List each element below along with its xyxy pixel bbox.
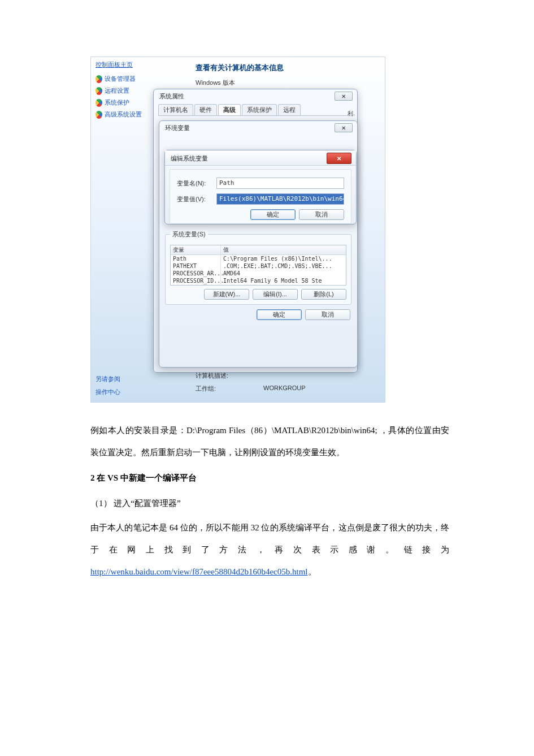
info-row-description: 计算机描述: <box>196 371 337 380</box>
paragraph: 由于本人的笔记本是 64 位的，所以不能用 32 位的系统编译平台，这点倒是废了… <box>90 517 449 583</box>
close-button[interactable]: ✕ <box>327 153 351 164</box>
list-row: PROCESSOR_ID...Intel64 Family 6 Model 58… <box>171 277 346 284</box>
system-vars-group: 系统变量(S) 变量 值 PathC:\Program Files (x86)\… <box>165 234 351 305</box>
see-also-label: 另请参阅 <box>95 375 120 383</box>
dialog-title: 系统属性 <box>159 92 184 101</box>
sidebar-item-advanced[interactable]: 高级系统设置 <box>95 110 142 119</box>
dialog-title: 编辑系统变量 <box>171 154 208 163</box>
list-row: PROCESSOR_AR...AMD64 <box>171 270 346 277</box>
document-body: 例如本人的安装目录是：D:\Program Files（86）\MATLAB\R… <box>90 420 449 583</box>
sidebar-item-label: 远程设置 <box>105 87 129 95</box>
cancel-button[interactable]: 取消 <box>305 309 350 320</box>
close-button[interactable]: ✕ <box>335 123 353 132</box>
dialog-title: 环境变量 <box>165 124 190 132</box>
control-panel-sidebar: 控制面板主页 设备管理器 远程设置 系统保护 高级系统设置 <box>95 61 142 122</box>
ok-button[interactable]: 确定 <box>250 209 296 220</box>
tab-hardware[interactable]: 硬件 <box>194 104 217 115</box>
var-name-input[interactable]: Path <box>216 178 344 189</box>
page-title: 查看有关计算机的基本信息 <box>196 63 284 73</box>
paragraph-text: 由于本人的笔记本是 64 位的，所以不能用 32 位的系统编译平台，这点倒是废了… <box>90 523 449 554</box>
sidebar-item-label: 设备管理器 <box>105 75 136 83</box>
info-label: 工作组: <box>196 385 263 393</box>
var-value-input[interactable]: Files(x86)\MATLAB\R2012b\bin\win64; <box>216 193 344 205</box>
see-also-section: 另请参阅 操作中心 <box>95 370 120 396</box>
system-properties-screenshot: 控制面板主页 设备管理器 远程设置 系统保护 高级系统设置 另请参阅 操作中心 … <box>90 57 385 403</box>
tab-remote[interactable]: 远程 <box>278 104 301 115</box>
tab-protection[interactable]: 系统保护 <box>242 104 277 115</box>
info-label: 计算机描述: <box>196 371 263 380</box>
shield-icon <box>95 99 102 107</box>
shield-icon <box>95 75 102 83</box>
paragraph: （1） 进入“配置管理器” <box>90 493 449 515</box>
col-header-name: 变量 <box>171 245 221 254</box>
info-row-workgroup: 工作组: WORKGROUP <box>196 385 337 393</box>
info-value: WORKGROUP <box>263 385 337 393</box>
list-row: PathC:\Program Files (x86)\Intel\... <box>171 255 346 262</box>
list-row: PATHEXT.COM;.EXE;.BAT;.CMD;.VBS;.VBE... <box>171 262 346 270</box>
cancel-button[interactable]: 取消 <box>299 209 344 220</box>
edit-sysvar-dialog: 编辑系统变量 ✕ 变量名(N): Path 变量值(V): Files(x86)… <box>164 150 357 224</box>
tab-advanced[interactable]: 高级 <box>218 104 241 115</box>
sidebar-item-label: 高级系统设置 <box>105 110 142 119</box>
sidebar-item-protection[interactable]: 系统保护 <box>95 98 142 107</box>
new-button[interactable]: 新建(W)... <box>204 289 249 300</box>
var-name-label: 变量名(N): <box>177 179 216 188</box>
sidebar-item-remote[interactable]: 远程设置 <box>95 87 142 95</box>
control-panel-home-link[interactable]: 控制面板主页 <box>95 61 142 69</box>
action-center-link[interactable]: 操作中心 <box>95 388 120 396</box>
paragraph-text: 。 <box>308 567 316 576</box>
info-value <box>263 371 337 380</box>
edit-button[interactable]: 编辑(I)... <box>253 289 298 300</box>
col-header-value: 值 <box>221 245 346 254</box>
ok-button[interactable]: 确定 <box>257 309 302 320</box>
paragraph: 例如本人的安装目录是：D:\Program Files（86）\MATLAB\R… <box>90 420 449 464</box>
cut-text: 利. <box>348 110 355 118</box>
close-button[interactable]: ✕ <box>335 92 353 101</box>
sysprop-tabs: 计算机名 硬件 高级 系统保护 远程 <box>158 104 353 116</box>
shield-icon <box>95 87 102 95</box>
var-value-label: 变量值(V): <box>177 195 216 204</box>
tab-computer-name[interactable]: 计算机名 <box>158 104 193 115</box>
reference-link[interactable]: http://wenku.baidu.com/view/f87eee58804d… <box>90 567 308 576</box>
delete-button[interactable]: 删除(L) <box>301 289 346 300</box>
group-legend: 系统变量(S) <box>170 230 208 239</box>
section-heading: 2 在 VS 中新建一个编译平台 <box>90 467 449 489</box>
sidebar-item-label: 系统保护 <box>105 98 129 107</box>
shield-icon <box>95 111 102 119</box>
sidebar-item-device-manager[interactable]: 设备管理器 <box>95 75 142 83</box>
windows-version-label: Windows 版本 <box>196 79 235 87</box>
sysvars-list[interactable]: 变量 值 PathC:\Program Files (x86)\Intel\..… <box>170 245 346 286</box>
